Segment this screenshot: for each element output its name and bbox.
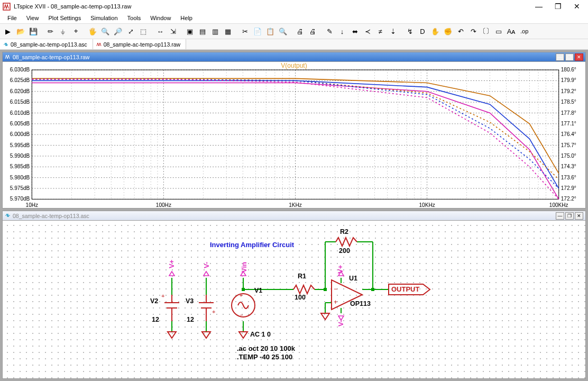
d-icon[interactable]: D — [417, 25, 428, 37]
tab-raw[interactable]: 08_sample-ac-temp-op113.raw — [93, 39, 186, 49]
svg-text:100Hz: 100Hz — [156, 202, 171, 208]
arrow-icon[interactable]: ↓ — [336, 25, 348, 37]
svg-text:+: + — [240, 293, 243, 298]
run-icon[interactable]: ▶ — [2, 25, 14, 37]
v3-name: V3 — [186, 297, 194, 305]
marker-icon[interactable]: ≺ — [362, 25, 373, 37]
schematic-pane-title: 08_sample-ac-temp-op113.asc — [13, 213, 554, 219]
ground-icon[interactable]: ⏚ — [57, 25, 69, 37]
minimize-button[interactable]: — — [535, 2, 543, 11]
tab-label: 08_sample-ac-temp-op113.asc — [11, 41, 87, 48]
pane-maximize-button[interactable]: ❐ — [565, 212, 574, 220]
svg-text:5.980dB: 5.980dB — [10, 175, 30, 180]
svg-text:172.2°: 172.2° — [561, 196, 576, 202]
file-tabs: 08_sample-ac-temp-op113.asc 08_sample-ac… — [0, 39, 588, 50]
waveform-icon — [96, 42, 102, 47]
text-icon[interactable]: Aᴀ — [506, 25, 517, 37]
schematic-body[interactable]: Inverting Amplifier Circuit V+ V- Vin V+… — [3, 221, 585, 378]
schematic-pane-header[interactable]: 08_sample-ac-temp-op113.asc — ❐ ✕ — [3, 211, 585, 221]
autorange-icon[interactable]: ↔ — [154, 25, 166, 37]
window3-icon[interactable]: ▥ — [209, 25, 221, 37]
pane-close-button[interactable]: ✕ — [575, 53, 583, 61]
v3-value: 12 — [187, 316, 194, 323]
svg-text:6.005dB: 6.005dB — [10, 121, 30, 126]
svg-text:100KHz: 100KHz — [549, 202, 568, 208]
draw-icon[interactable]: ✎ — [324, 25, 335, 37]
tab-asc[interactable]: 08_sample-ac-temp-op113.asc — [0, 39, 93, 49]
equal-icon[interactable]: ≠ — [374, 25, 386, 37]
pane-maximize-button[interactable]: ❐ — [565, 53, 574, 61]
svg-text:−: − — [334, 285, 337, 293]
open-icon[interactable]: 📂 — [15, 25, 26, 37]
redo-icon[interactable]: ↷ — [467, 25, 479, 37]
v2-value: 12 — [152, 316, 159, 323]
zoom-in-icon[interactable]: 🔍 — [99, 25, 111, 37]
svg-text:6.010dB: 6.010dB — [10, 110, 30, 116]
r1-value: 100 — [295, 294, 306, 301]
save-icon[interactable]: 💾 — [27, 25, 39, 37]
svg-text:178.5°: 178.5° — [561, 99, 576, 105]
svg-text:10Hz: 10Hz — [26, 202, 38, 208]
brackets-icon[interactable]: 〔〕 — [480, 25, 492, 37]
v1-directive: AC 1 0 — [250, 331, 271, 338]
window1-icon[interactable]: ▣ — [184, 25, 196, 37]
find-icon[interactable]: 🔍 — [277, 25, 289, 37]
menu-tools[interactable]: Tools — [123, 14, 145, 22]
svg-text:10KHz: 10KHz — [419, 202, 435, 208]
r2-name: R2 — [340, 228, 348, 235]
copy-icon[interactable]: 📄 — [252, 25, 263, 37]
menu-file[interactable]: File — [3, 14, 21, 22]
menu-help[interactable]: Help — [176, 14, 197, 22]
rect-icon[interactable]: ▭ — [493, 25, 504, 37]
close-button[interactable]: ✕ — [573, 2, 581, 11]
route-icon[interactable]: ↯ — [404, 25, 416, 37]
wire-icon[interactable]: ✏ — [44, 25, 56, 37]
svg-text:179.9°: 179.9° — [561, 77, 576, 83]
cut-icon[interactable]: ✂ — [239, 25, 251, 37]
paste-icon[interactable]: 📋 — [264, 25, 276, 37]
print-setup-icon[interactable]: 🖨 — [307, 25, 318, 37]
menu-plot-settings[interactable]: Plot Settings — [44, 14, 85, 22]
plot-canvas[interactable]: 6.030dB180.6°6.025dB179.9°6.020dB179.2°6… — [3, 62, 585, 208]
svg-text:177.8°: 177.8° — [561, 110, 576, 116]
zoom-region-icon[interactable]: ⬚ — [137, 25, 149, 37]
pointer-icon[interactable]: ⌖ — [70, 25, 81, 37]
zoom-out-icon[interactable]: 🔎 — [112, 25, 124, 37]
fit-icon[interactable]: ⇲ — [167, 25, 179, 37]
plot-pane: 08_sample-ac-temp-op113.raw — ❐ ✕ V(outp… — [2, 52, 586, 208]
svg-text:175.0°: 175.0° — [561, 153, 576, 159]
pane-minimize-button[interactable]: — — [556, 212, 564, 220]
window4-icon[interactable]: ▦ — [222, 25, 234, 37]
svg-text:174.3°: 174.3° — [561, 164, 576, 169]
window2-icon[interactable]: ▤ — [197, 25, 208, 37]
menu-simulation[interactable]: Simulation — [86, 14, 122, 22]
svg-text:−: − — [240, 312, 243, 318]
grab-icon[interactable]: ✊ — [442, 25, 454, 37]
menu-view[interactable]: View — [22, 14, 43, 22]
v1-name: V1 — [254, 287, 262, 294]
op-icon[interactable]: .op — [518, 25, 530, 37]
svg-text:6.025dB: 6.025dB — [10, 77, 30, 83]
svg-text:176.4°: 176.4° — [561, 131, 576, 137]
svg-rect-100 — [242, 288, 245, 291]
pointer2-icon[interactable]: ⇣ — [387, 25, 399, 37]
move-icon[interactable]: ⬌ — [349, 25, 361, 37]
undo-icon[interactable]: ↶ — [455, 25, 466, 37]
zoom-full-icon[interactable]: ⤢ — [125, 25, 136, 37]
tab-label: 08_sample-ac-temp-op113.raw — [104, 41, 180, 48]
svg-text:179.2°: 179.2° — [561, 88, 576, 94]
hand-icon[interactable]: ✋ — [429, 25, 441, 37]
menu-window[interactable]: Window — [146, 14, 175, 22]
plot-body[interactable]: V(output) 6.030dB180.6°6.025dB179.9°6.02… — [3, 62, 585, 208]
pane-minimize-button[interactable]: — — [556, 53, 564, 61]
plot-pane-header[interactable]: 08_sample-ac-temp-op113.raw — ❐ ✕ — [3, 52, 585, 62]
pane-close-button[interactable]: ✕ — [575, 212, 583, 220]
svg-text:+: + — [212, 309, 215, 315]
svg-text:177.1°: 177.1° — [561, 121, 576, 126]
workspace: 08_sample-ac-temp-op113.raw — ❐ ✕ V(outp… — [0, 50, 588, 381]
pan-icon[interactable]: 🖐 — [87, 25, 98, 37]
window-title: LTspice XVII - 08_sample-ac-temp-op113.r… — [14, 3, 535, 10]
maximize-button[interactable]: ❐ — [554, 2, 562, 11]
u1-model: OP113 — [350, 300, 371, 307]
print-icon[interactable]: 🖨 — [294, 25, 306, 37]
